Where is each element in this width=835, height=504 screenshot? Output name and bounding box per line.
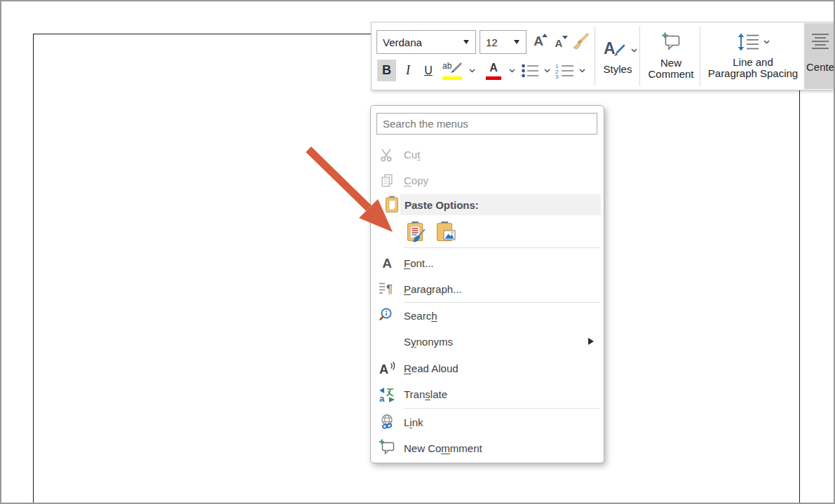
scissors-icon [376, 147, 398, 163]
svg-text:a: a [379, 393, 385, 403]
paragraph-icon: ¶ [376, 281, 398, 297]
menu-item-label: Read Aloud [404, 362, 459, 374]
bullet-list-icon [521, 63, 540, 79]
menu-item-synonyms[interactable]: Synonyms [372, 328, 603, 355]
text-highlight-button[interactable]: ab [440, 60, 466, 81]
shrink-font-arrow-icon [562, 36, 568, 39]
menu-item-label: Translate [404, 388, 447, 400]
menu-item-label: Link [404, 416, 423, 428]
paste-options-label: Paste Options: [405, 199, 479, 211]
menu-item-label: New Commment [404, 442, 482, 454]
menu-item-label: Search [404, 310, 437, 322]
svg-text:¶: ¶ [386, 282, 393, 296]
font-name-combobox[interactable]: Verdana [376, 30, 476, 54]
new-comment-button[interactable]: New Comment [642, 25, 700, 87]
submenu-arrow-icon [588, 338, 594, 345]
menu-item-label: Font... [404, 257, 434, 269]
menu-item-new-comment[interactable]: New Commment [372, 435, 603, 461]
menu-item-cut: Cut [372, 142, 603, 168]
highlight-dropdown-icon[interactable] [469, 69, 475, 73]
font-size-value: 12 [480, 36, 514, 48]
paste-picture-button[interactable] [435, 221, 457, 243]
bold-icon: B [382, 63, 391, 78]
line-spacing-label-line1: Line and [708, 57, 798, 68]
styles-label: Styles [604, 64, 632, 75]
menu-item-copy: Copy [372, 168, 603, 193]
svg-text:A: A [379, 362, 388, 376]
new-comment-label-line1: New [648, 57, 693, 69]
link-icon [376, 414, 398, 430]
line-spacing-button[interactable]: Line and Paragraph Spacing [702, 25, 804, 87]
toolbar-separator [639, 27, 640, 86]
menu-item-translate[interactable]: a Translate [372, 381, 603, 407]
svg-text:3: 3 [555, 74, 559, 79]
paste-picture-icon [435, 221, 457, 243]
styles-icon: A [602, 37, 633, 64]
toolbar-separator [595, 27, 595, 86]
menu-item-link[interactable]: Link [372, 409, 603, 435]
center-align-button[interactable]: Cente [804, 23, 835, 89]
paste-keep-formatting-icon [405, 221, 427, 243]
line-spacing-icon [737, 33, 770, 51]
numbered-list-button[interactable]: 1 2 3 [552, 60, 576, 81]
menu-item-font[interactable]: A Font... [372, 250, 603, 276]
center-align-icon [811, 33, 829, 50]
font-size-combobox[interactable]: 12 [480, 30, 527, 54]
font-color-button[interactable]: A [482, 60, 505, 81]
styles-button[interactable]: A Styles [597, 25, 638, 87]
font-name-value: Verdana [377, 36, 463, 48]
menu-item-label: Cut [404, 149, 420, 161]
line-spacing-label-line2: Paragraph Spacing [708, 68, 798, 79]
format-painter-icon [571, 32, 590, 50]
copy-icon [376, 173, 398, 189]
mini-toolbar: Verdana 12 A A A [371, 22, 835, 90]
dropdown-arrow-icon[interactable] [514, 40, 520, 44]
dropdown-arrow-icon[interactable] [463, 40, 469, 44]
search-input[interactable] [376, 113, 597, 135]
paste-options-header: Paste Options: [372, 194, 603, 215]
paste-keep-formatting-button[interactable] [405, 221, 427, 243]
toolbar-separator [700, 27, 700, 86]
new-comment-label-line2: Comment [648, 69, 693, 80]
bold-button[interactable]: B [377, 60, 396, 81]
font-color-icon: A [485, 62, 502, 80]
menu-item-label: Copy [404, 175, 428, 186]
shrink-font-button[interactable]: A [550, 34, 568, 51]
menu-item-read-aloud[interactable]: A Read Aloud [372, 355, 603, 381]
menu-item-search[interactable]: Search [372, 303, 603, 328]
new-comment-icon [376, 439, 398, 457]
center-align-label: Cente [806, 62, 834, 73]
format-painter-button[interactable] [569, 31, 592, 52]
menu-item-label: Paragraph... [404, 283, 462, 295]
font-icon: A [376, 256, 398, 271]
search-info-icon [376, 307, 398, 324]
translate-icon: a [376, 386, 398, 403]
menu-item-paragraph[interactable]: ¶ Paragraph... [372, 276, 603, 301]
numbered-list-icon: 1 2 3 [555, 63, 575, 79]
grow-font-button[interactable]: A [529, 32, 548, 51]
underline-icon: U [424, 64, 433, 77]
shrink-font-icon: A [555, 37, 563, 49]
numbered-list-dropdown-icon[interactable] [579, 69, 585, 73]
grow-font-arrow-icon [542, 34, 548, 37]
clipboard-icon [381, 196, 402, 214]
paste-options-row [372, 216, 603, 247]
font-color-dropdown-icon[interactable] [509, 69, 515, 73]
italic-icon: I [406, 63, 410, 78]
menu-item-label: Synonyms [404, 336, 453, 348]
new-comment-icon [660, 32, 682, 53]
bullet-list-dropdown-icon[interactable] [544, 69, 550, 73]
menu-separator [404, 247, 600, 248]
menu-separator [404, 408, 600, 409]
text-highlight-icon: ab [441, 62, 465, 80]
bullet-list-button[interactable] [519, 60, 541, 81]
read-aloud-icon: A [376, 360, 398, 377]
underline-button[interactable]: U [419, 60, 437, 81]
italic-button[interactable]: I [400, 60, 416, 81]
context-menu: Cut Copy Paste Options: [370, 105, 604, 463]
